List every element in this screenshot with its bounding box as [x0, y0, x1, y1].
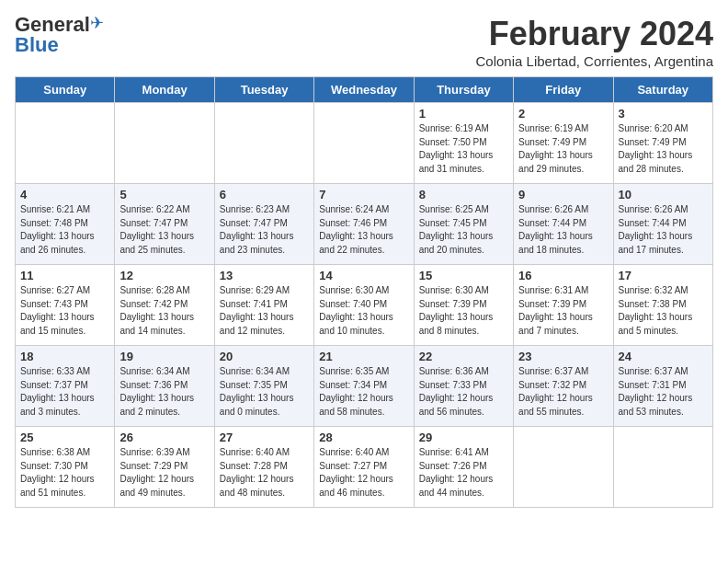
column-header-saturday: Saturday [613, 77, 712, 103]
day-number: 26 [119, 431, 209, 444]
main-title: February 2024 [476, 15, 714, 53]
day-number: 11 [20, 269, 109, 282]
day-number: 19 [119, 350, 209, 363]
calendar-cell: 27Sunrise: 6:40 AM Sunset: 7:28 PM Dayli… [214, 427, 313, 508]
day-info: Sunrise: 6:32 AM Sunset: 7:38 PM Dayligh… [619, 284, 708, 338]
calendar-cell [314, 103, 414, 184]
day-info: Sunrise: 6:29 AM Sunset: 7:41 PM Dayligh… [220, 284, 309, 338]
calendar-cell: 21Sunrise: 6:35 AM Sunset: 7:34 PM Dayli… [314, 346, 414, 427]
day-info: Sunrise: 6:30 AM Sunset: 7:40 PM Dayligh… [319, 284, 408, 338]
calendar-cell [514, 427, 613, 508]
day-number: 27 [220, 431, 309, 444]
calendar-table: SundayMondayTuesdayWednesdayThursdayFrid… [15, 76, 713, 508]
day-number: 5 [119, 188, 209, 201]
day-info: Sunrise: 6:21 AM Sunset: 7:48 PM Dayligh… [20, 203, 109, 257]
calendar-cell: 7Sunrise: 6:24 AM Sunset: 7:46 PM Daylig… [314, 184, 414, 265]
day-number: 3 [619, 107, 708, 121]
day-info: Sunrise: 6:25 AM Sunset: 7:45 PM Dayligh… [419, 203, 508, 257]
day-number: 21 [319, 350, 408, 363]
calendar-week-row: 4Sunrise: 6:21 AM Sunset: 7:48 PM Daylig… [16, 184, 713, 265]
day-info: Sunrise: 6:30 AM Sunset: 7:39 PM Dayligh… [419, 284, 508, 338]
day-info: Sunrise: 6:38 AM Sunset: 7:30 PM Dayligh… [20, 446, 109, 500]
calendar-cell: 4Sunrise: 6:21 AM Sunset: 7:48 PM Daylig… [16, 184, 115, 265]
day-number: 8 [419, 188, 508, 201]
column-header-tuesday: Tuesday [214, 77, 313, 103]
calendar-header-row: SundayMondayTuesdayWednesdayThursdayFrid… [16, 77, 713, 103]
day-info: Sunrise: 6:28 AM Sunset: 7:42 PM Dayligh… [119, 284, 209, 338]
calendar-cell: 16Sunrise: 6:31 AM Sunset: 7:39 PM Dayli… [514, 265, 613, 346]
calendar-cell: 18Sunrise: 6:33 AM Sunset: 7:37 PM Dayli… [16, 346, 115, 427]
day-number: 25 [20, 431, 109, 444]
logo-bird-icon: ✈ [90, 15, 104, 31]
subtitle: Colonia Libertad, Corrientes, Argentina [476, 53, 714, 69]
day-number: 24 [619, 350, 708, 363]
day-info: Sunrise: 6:26 AM Sunset: 7:44 PM Dayligh… [619, 203, 708, 257]
calendar-cell [115, 103, 214, 184]
day-number: 7 [319, 188, 408, 201]
calendar-cell: 8Sunrise: 6:25 AM Sunset: 7:45 PM Daylig… [414, 184, 513, 265]
calendar-cell: 14Sunrise: 6:30 AM Sunset: 7:40 PM Dayli… [314, 265, 414, 346]
day-info: Sunrise: 6:19 AM Sunset: 7:50 PM Dayligh… [419, 122, 508, 176]
title-area: February 2024 Colonia Libertad, Corrient… [476, 15, 714, 69]
calendar-cell: 9Sunrise: 6:26 AM Sunset: 7:44 PM Daylig… [514, 184, 613, 265]
day-number: 10 [619, 188, 708, 201]
day-info: Sunrise: 6:37 AM Sunset: 7:31 PM Dayligh… [619, 365, 708, 419]
day-number: 28 [319, 431, 408, 444]
calendar-cell: 12Sunrise: 6:28 AM Sunset: 7:42 PM Dayli… [115, 265, 214, 346]
day-info: Sunrise: 6:35 AM Sunset: 7:34 PM Dayligh… [319, 365, 408, 419]
day-number: 18 [20, 350, 109, 363]
day-info: Sunrise: 6:20 AM Sunset: 7:49 PM Dayligh… [619, 122, 708, 176]
calendar-cell: 15Sunrise: 6:30 AM Sunset: 7:39 PM Dayli… [414, 265, 513, 346]
calendar-cell: 22Sunrise: 6:36 AM Sunset: 7:33 PM Dayli… [414, 346, 513, 427]
calendar-cell [16, 103, 115, 184]
calendar-cell: 25Sunrise: 6:38 AM Sunset: 7:30 PM Dayli… [16, 427, 115, 508]
day-number: 23 [518, 350, 608, 363]
calendar-week-row: 18Sunrise: 6:33 AM Sunset: 7:37 PM Dayli… [16, 346, 713, 427]
day-number: 15 [419, 269, 508, 282]
day-info: Sunrise: 6:23 AM Sunset: 7:47 PM Dayligh… [220, 203, 309, 257]
day-info: Sunrise: 6:19 AM Sunset: 7:49 PM Dayligh… [518, 122, 608, 176]
calendar-cell: 23Sunrise: 6:37 AM Sunset: 7:32 PM Dayli… [514, 346, 613, 427]
calendar-week-row: 25Sunrise: 6:38 AM Sunset: 7:30 PM Dayli… [16, 427, 713, 508]
day-info: Sunrise: 6:40 AM Sunset: 7:27 PM Dayligh… [319, 446, 408, 500]
calendar-cell: 24Sunrise: 6:37 AM Sunset: 7:31 PM Dayli… [613, 346, 712, 427]
day-info: Sunrise: 6:36 AM Sunset: 7:33 PM Dayligh… [419, 365, 508, 419]
logo-general-text: General [15, 15, 90, 35]
day-info: Sunrise: 6:31 AM Sunset: 7:39 PM Dayligh… [518, 284, 608, 338]
calendar-cell: 13Sunrise: 6:29 AM Sunset: 7:41 PM Dayli… [214, 265, 313, 346]
column-header-wednesday: Wednesday [314, 77, 414, 103]
day-info: Sunrise: 6:39 AM Sunset: 7:29 PM Dayligh… [119, 446, 209, 500]
day-number: 20 [220, 350, 309, 363]
calendar-cell: 3Sunrise: 6:20 AM Sunset: 7:49 PM Daylig… [613, 103, 712, 184]
calendar-cell: 10Sunrise: 6:26 AM Sunset: 7:44 PM Dayli… [613, 184, 712, 265]
day-number: 1 [419, 107, 508, 121]
calendar-cell: 2Sunrise: 6:19 AM Sunset: 7:49 PM Daylig… [514, 103, 613, 184]
calendar-cell: 17Sunrise: 6:32 AM Sunset: 7:38 PM Dayli… [613, 265, 712, 346]
day-info: Sunrise: 6:26 AM Sunset: 7:44 PM Dayligh… [518, 203, 608, 257]
calendar-cell: 6Sunrise: 6:23 AM Sunset: 7:47 PM Daylig… [214, 184, 313, 265]
calendar-cell: 11Sunrise: 6:27 AM Sunset: 7:43 PM Dayli… [16, 265, 115, 346]
calendar-cell: 20Sunrise: 6:34 AM Sunset: 7:35 PM Dayli… [214, 346, 313, 427]
calendar-cell [214, 103, 313, 184]
calendar-cell: 5Sunrise: 6:22 AM Sunset: 7:47 PM Daylig… [115, 184, 214, 265]
calendar-cell: 29Sunrise: 6:41 AM Sunset: 7:26 PM Dayli… [414, 427, 513, 508]
calendar-cell: 28Sunrise: 6:40 AM Sunset: 7:27 PM Dayli… [314, 427, 414, 508]
calendar-cell: 26Sunrise: 6:39 AM Sunset: 7:29 PM Dayli… [115, 427, 214, 508]
column-header-thursday: Thursday [414, 77, 513, 103]
calendar-cell: 19Sunrise: 6:34 AM Sunset: 7:36 PM Dayli… [115, 346, 214, 427]
day-info: Sunrise: 6:40 AM Sunset: 7:28 PM Dayligh… [220, 446, 309, 500]
calendar-week-row: 11Sunrise: 6:27 AM Sunset: 7:43 PM Dayli… [16, 265, 713, 346]
day-number: 9 [518, 188, 608, 201]
day-info: Sunrise: 6:34 AM Sunset: 7:35 PM Dayligh… [220, 365, 309, 419]
day-info: Sunrise: 6:41 AM Sunset: 7:26 PM Dayligh… [419, 446, 508, 500]
column-header-sunday: Sunday [16, 77, 115, 103]
logo-blue-text: Blue [15, 35, 59, 55]
day-number: 17 [619, 269, 708, 282]
calendar-cell: 1Sunrise: 6:19 AM Sunset: 7:50 PM Daylig… [414, 103, 513, 184]
day-info: Sunrise: 6:22 AM Sunset: 7:47 PM Dayligh… [119, 203, 209, 257]
day-number: 13 [220, 269, 309, 282]
column-header-monday: Monday [115, 77, 214, 103]
column-header-friday: Friday [514, 77, 613, 103]
day-number: 4 [20, 188, 109, 201]
day-info: Sunrise: 6:34 AM Sunset: 7:36 PM Dayligh… [119, 365, 209, 419]
